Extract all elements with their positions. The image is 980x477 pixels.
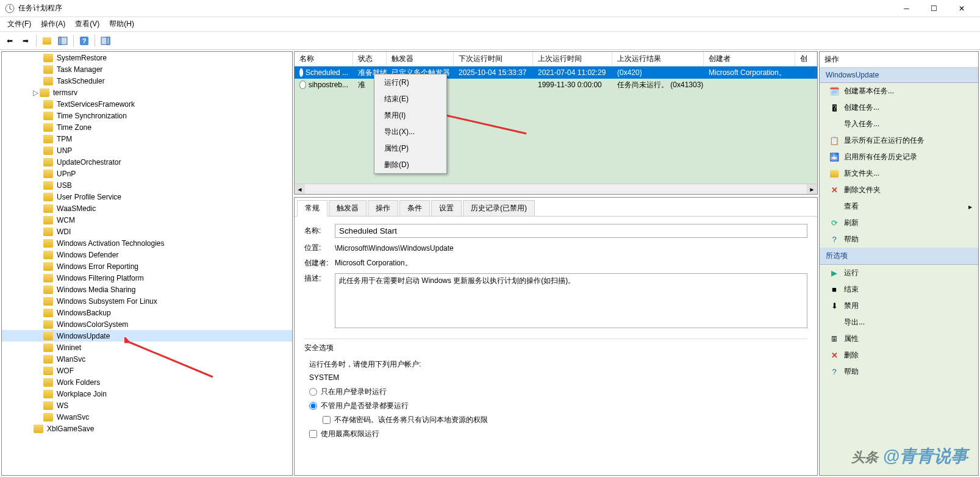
col-nextrun[interactable]: 下次运行时间 [454, 51, 533, 66]
menu-help[interactable]: 帮助(H) [104, 18, 139, 30]
tab-conditions[interactable]: 条件 [399, 200, 430, 216]
check-no-store[interactable] [323, 416, 331, 424]
tree-item-ws[interactable]: WS [2, 400, 292, 411]
tree-panel[interactable]: SystemRestoreTask ManagerTaskScheduler▷t… [1, 51, 293, 476]
tree-item-time-zone[interactable]: Time Zone [2, 121, 292, 133]
tab-triggers[interactable]: 触发器 [329, 200, 367, 216]
col-created[interactable]: 创 [795, 51, 817, 66]
task-name-input[interactable] [335, 224, 807, 238]
tree-item-tpm[interactable]: TPM [2, 133, 292, 145]
action-end[interactable]: ■结束 [820, 281, 978, 298]
scroll-right-button[interactable]: ► [807, 184, 817, 195]
check-highest[interactable] [309, 430, 317, 438]
tree-item-usb[interactable]: USB [2, 179, 292, 191]
col-creator[interactable]: 创建者 [704, 51, 795, 66]
context-menu-disable[interactable]: 禁用(I) [374, 107, 446, 124]
action-view[interactable]: 查看▸ [820, 198, 978, 215]
action-create-basic-task[interactable]: 🗓️创建基本任务... [820, 83, 978, 99]
minimize-button[interactable]: ─ [893, 0, 920, 17]
tree-item-xblgamesave[interactable]: XblGameSave [2, 423, 292, 434]
tree-item-systemrestore[interactable]: SystemRestore [2, 52, 292, 63]
tree-item-time-synchronization[interactable]: Time Synchronization [2, 110, 292, 121]
tree-item-windowsupdate[interactable]: WindowsUpdate [2, 330, 292, 342]
col-status[interactable]: 状态 [353, 51, 387, 66]
action-new-folder[interactable]: 新文件夹... [820, 165, 978, 182]
task-row[interactable]: Scheduled ... 准备就绪 已定义多个触发器 2025-10-04 1… [295, 66, 817, 79]
action-show-running[interactable]: 📋显示所有正在运行的任务 [820, 132, 978, 149]
action-create-task[interactable]: 🯄创建任务... [820, 99, 978, 116]
radio-not-logged[interactable] [309, 402, 317, 410]
action-properties[interactable]: 🗏属性 [820, 331, 978, 347]
tab-actions[interactable]: 操作 [368, 200, 398, 216]
tree-item-user-profile-service[interactable]: User Profile Service [2, 191, 292, 203]
tree-item-textservicesframework[interactable]: TextServicesFramework [2, 98, 292, 110]
tree-item-updateorchestrator[interactable]: UpdateOrchestrator [2, 156, 292, 168]
tree-item-workplace-join[interactable]: Workplace Join [2, 388, 292, 400]
context-menu-run[interactable]: 运行(R) [374, 74, 446, 91]
task-row[interactable]: sihpostreb... 准 1999-11-30 0:00:00 任务尚未运… [295, 79, 817, 91]
tree-item-wcm[interactable]: WCM [2, 214, 292, 226]
tab-history[interactable]: 历史记录(已禁用) [463, 200, 535, 216]
col-name[interactable]: 名称 [295, 51, 353, 66]
action-help[interactable]: ?帮助 [820, 231, 978, 248]
tree-item-waasmedic[interactable]: WaaSMedic [2, 203, 292, 214]
action-delete[interactable]: ✕删除 [820, 347, 978, 364]
context-menu-export[interactable]: 导出(X)... [374, 124, 446, 140]
action-disable[interactable]: ⬇禁用 [820, 298, 978, 314]
back-button[interactable]: ⬅ [2, 34, 17, 48]
context-menu-end[interactable]: 结束(E) [374, 91, 446, 107]
tree-item-wof[interactable]: WOF [2, 365, 292, 376]
tree-item-windows-filtering-platform[interactable]: Windows Filtering Platform [2, 272, 292, 284]
tree-item-wininet[interactable]: Wininet [2, 342, 292, 353]
context-menu-delete[interactable]: 删除(D) [374, 157, 446, 173]
tree-item-taskscheduler[interactable]: TaskScheduler [2, 75, 292, 87]
task-desc-input[interactable] [335, 273, 807, 328]
tree-item-wdi[interactable]: WDI [2, 226, 292, 237]
action-help-2[interactable]: ?帮助 [820, 364, 978, 380]
col-lastrun[interactable]: 上次运行时间 [533, 51, 612, 66]
help-button[interactable]: ? [77, 34, 91, 48]
radio-only-logged[interactable] [309, 388, 317, 396]
menu-file[interactable]: 文件(F) [2, 18, 36, 30]
tab-general[interactable]: 常规 [297, 200, 327, 217]
tree-item-label: Windows Filtering Platform [57, 274, 144, 282]
tree-item-label: XblGameSave [47, 425, 94, 433]
tree-item-windows-activation-technologies[interactable]: Windows Activation Technologies [2, 237, 292, 249]
tree-item-unp[interactable]: UNP [2, 145, 292, 156]
tree-item-windowsbackup[interactable]: WindowsBackup [2, 307, 292, 318]
expand-icon[interactable]: ▷ [31, 88, 40, 97]
preview-button[interactable] [98, 34, 113, 48]
tree-item-task-manager[interactable]: Task Manager [2, 63, 292, 75]
tree-item-windows-error-reporting[interactable]: Windows Error Reporting [2, 260, 292, 272]
action-refresh[interactable]: ⟳刷新 [820, 215, 978, 231]
action-run[interactable]: ▶运行 [820, 265, 978, 281]
tree-item-windowscolorsystem[interactable]: WindowsColorSystem [2, 318, 292, 330]
horizontal-scrollbar[interactable]: ◄ ► [295, 184, 817, 194]
tree-item-label: Windows Activation Technologies [57, 239, 165, 248]
up-button[interactable] [40, 34, 54, 48]
menu-view[interactable]: 查看(V) [70, 18, 104, 30]
forward-button[interactable]: ➡ [18, 34, 33, 48]
tab-settings[interactable]: 设置 [431, 200, 462, 216]
col-lastresult[interactable]: 上次运行结果 [612, 51, 704, 66]
panel-button[interactable] [55, 34, 70, 48]
tree-item-wlansvc[interactable]: WlanSvc [2, 353, 292, 365]
task-creator-value: Microsoft Corporation。 [335, 258, 807, 268]
maximize-button[interactable]: ☐ [920, 0, 948, 17]
tree-item-windows-defender[interactable]: Windows Defender [2, 249, 292, 260]
scroll-left-button[interactable]: ◄ [295, 184, 305, 195]
close-button[interactable]: ✕ [948, 0, 975, 17]
tree-item-termsrv[interactable]: ▷termsrv [2, 87, 292, 98]
tree-item-windows-media-sharing[interactable]: Windows Media Sharing [2, 284, 292, 295]
tree-item-upnp[interactable]: UPnP [2, 168, 292, 179]
menu-action[interactable]: 操作(A) [36, 18, 70, 30]
context-menu-properties[interactable]: 属性(P) [374, 140, 446, 157]
tree-item-windows-subsystem-for-linux[interactable]: Windows Subsystem For Linux [2, 295, 292, 307]
action-import-task[interactable]: 导入任务... [820, 116, 978, 132]
tree-item-wwansvc[interactable]: WwanSvc [2, 411, 292, 423]
col-triggers[interactable]: 触发器 [387, 51, 454, 66]
action-delete-folder[interactable]: ✕删除文件夹 [820, 182, 978, 198]
tree-item-work-folders[interactable]: Work Folders [2, 376, 292, 388]
action-export[interactable]: 导出... [820, 314, 978, 331]
action-enable-history[interactable]: 🛅启用所有任务历史记录 [820, 149, 978, 165]
